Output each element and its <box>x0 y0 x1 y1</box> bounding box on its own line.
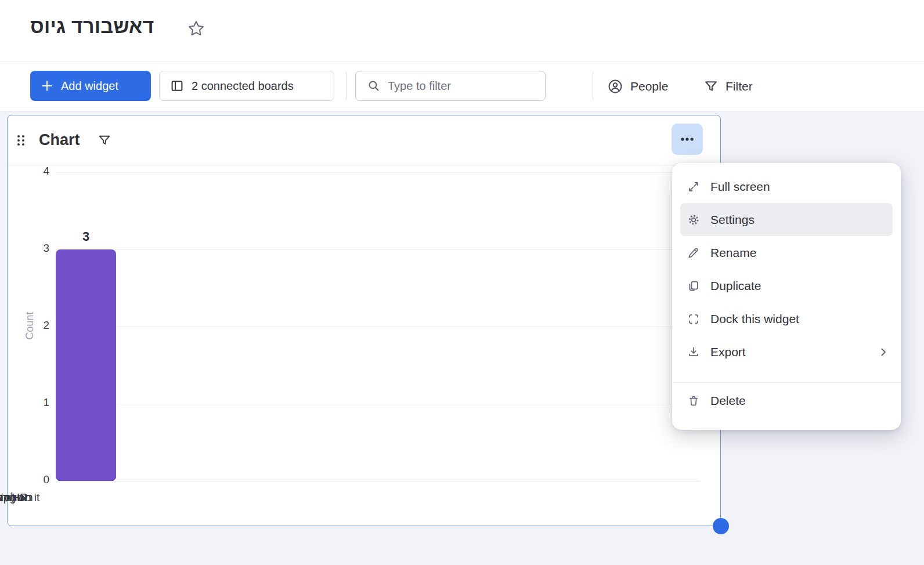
favorite-star-icon[interactable] <box>187 19 205 38</box>
add-widget-label: Add widget <box>61 79 118 93</box>
widget-resize-handle[interactable] <box>713 518 729 534</box>
drag-handle-icon[interactable] <box>16 133 26 147</box>
dashboard-page: דאשבורד גיוס Add widget 2 connec <box>0 0 924 565</box>
menu-item-full-screen[interactable]: Full screen <box>672 170 901 203</box>
chart-widget: Chart Count 4 3 2 1 0 <box>7 115 721 526</box>
filter-button[interactable]: Filter <box>703 75 753 98</box>
menu-item-export[interactable]: Export <box>672 335 901 368</box>
board-icon <box>170 79 184 93</box>
widget-menu-button[interactable] <box>672 124 703 155</box>
y-tick-label: 4 <box>28 165 49 178</box>
pencil-icon <box>687 247 700 259</box>
connected-boards-button[interactable]: 2 connected boards <box>159 71 334 101</box>
menu-item-delete[interactable]: Delete <box>672 384 901 417</box>
search-input[interactable] <box>388 79 527 93</box>
bar-group: 3 <box>56 172 116 481</box>
filter-label: Filter <box>726 79 753 93</box>
menu-item-label: Settings <box>710 213 755 227</box>
trash-icon <box>687 394 700 407</box>
download-icon <box>687 346 700 358</box>
menu-item-label: Full screen <box>710 180 770 194</box>
menu-item-duplicate[interactable]: Duplicate <box>672 269 901 302</box>
menu-divider <box>672 382 901 383</box>
menu-item-label: Duplicate <box>710 279 761 293</box>
gridline <box>56 327 700 327</box>
duplicate-icon <box>687 280 700 292</box>
bar[interactable] <box>56 249 116 481</box>
menu-item-label: Dock this widget <box>710 312 799 326</box>
menu-item-settings[interactable]: Settings <box>680 203 893 236</box>
widget-filter-icon[interactable] <box>98 133 111 147</box>
menu-item-label: Export <box>710 345 746 359</box>
toolbar-divider-2 <box>593 72 593 100</box>
menu-item-label: Rename <box>710 246 756 260</box>
chart-widget-header: Chart <box>8 115 720 165</box>
people-label: People <box>630 79 668 93</box>
toolbar-divider <box>346 72 346 100</box>
menu-item-dock-widget[interactable]: Dock this widget <box>672 302 901 335</box>
fullscreen-icon <box>687 180 700 193</box>
page-title: דאשבורד גיוס <box>30 15 154 38</box>
menu-item-rename[interactable]: Rename <box>672 236 901 269</box>
title-bar: דאשבורד גיוס <box>0 0 924 61</box>
y-tick-label: 2 <box>28 319 49 332</box>
search-icon <box>367 79 380 92</box>
widget-title: Chart <box>39 131 80 149</box>
people-button[interactable]: People <box>607 75 668 98</box>
dashboard-toolbar: Add widget 2 connected boards <box>0 62 924 111</box>
x-category-label: ראיון ראשון <box>0 491 33 504</box>
axis-baseline <box>56 481 700 481</box>
gridline <box>56 249 700 250</box>
y-tick-label: 1 <box>28 396 49 409</box>
chevron-right-icon <box>878 346 889 358</box>
bar-value-label: 3 <box>82 229 89 244</box>
connected-boards-label: 2 connected boards <box>192 79 294 93</box>
widget-context-menu: Full screen Settings Rename <box>672 163 901 430</box>
add-widget-button[interactable]: Add widget <box>30 71 151 101</box>
funnel-icon <box>703 79 719 94</box>
gridline <box>56 404 700 404</box>
person-circle-icon <box>607 78 623 95</box>
y-tick-label: 0 <box>28 473 49 486</box>
gridline <box>56 172 700 173</box>
filter-search-box <box>355 71 546 101</box>
plus-icon <box>41 79 53 92</box>
gear-icon <box>687 213 700 226</box>
y-tick-label: 3 <box>28 242 49 255</box>
bar-chart-plot-area: 1 1 2 2 3 <box>56 172 700 481</box>
menu-item-label: Delete <box>710 394 746 408</box>
dock-icon <box>687 313 700 325</box>
